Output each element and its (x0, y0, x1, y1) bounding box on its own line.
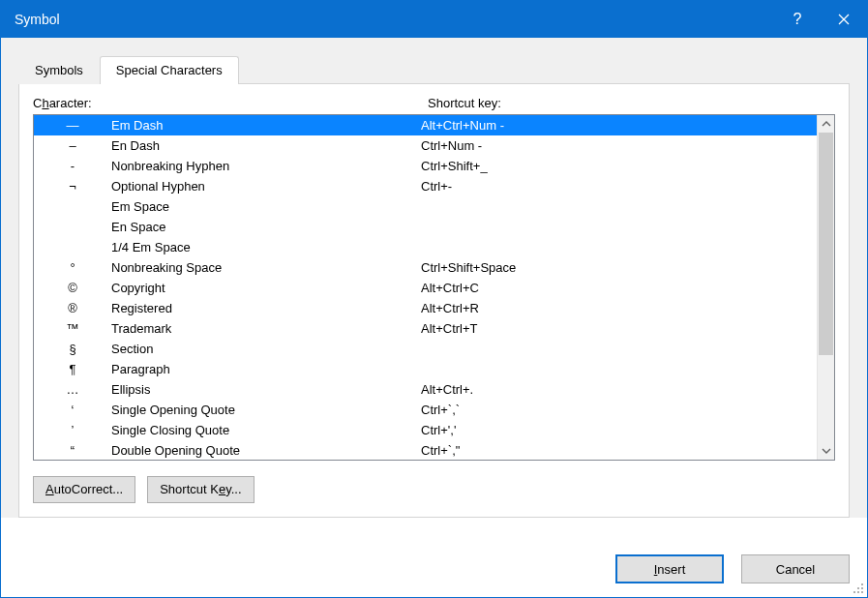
character-list[interactable]: —Em DashAlt+Ctrl+Num -–En DashCtrl+Num -… (34, 115, 817, 460)
shortcut-key: Ctrl+`,` (421, 403, 817, 417)
symbol-name: Copyright (111, 281, 421, 295)
list-item[interactable]: –En DashCtrl+Num - (34, 135, 817, 156)
autocorrect-button[interactable]: AutoCorrect... (33, 476, 135, 503)
shortcut-key: Alt+Ctrl+T (421, 321, 817, 336)
symbol-glyph: … (34, 382, 111, 397)
symbol-name: Paragraph (111, 362, 421, 376)
symbol-name: 1/4 Em Space (111, 240, 421, 254)
resize-grip-icon[interactable] (852, 582, 865, 595)
title-bar-buttons: ? (774, 1, 867, 38)
scrollbar-thumb[interactable] (819, 133, 833, 355)
symbol-glyph: © (34, 281, 111, 295)
lower-button-row: AutoCorrect... Shortcut Key... (33, 476, 835, 503)
list-item[interactable]: 1/4 Em Space (34, 237, 817, 257)
list-item[interactable]: En Space (34, 217, 817, 237)
symbol-glyph: ™ (34, 321, 111, 336)
list-item[interactable]: —Em DashAlt+Ctrl+Num - (34, 115, 817, 135)
dialog-body: Symbols Special Characters Character: Sh… (1, 38, 867, 518)
shortcut-key: Alt+Ctrl+R (421, 301, 817, 315)
shortcut-key: Alt+Ctrl+Num - (421, 118, 817, 133)
list-item[interactable]: ¶Paragraph (34, 359, 817, 379)
symbol-glyph: — (34, 118, 111, 133)
close-icon (838, 14, 850, 25)
column-headers: Character: Shortcut key: (33, 96, 835, 110)
insert-button[interactable]: Insert (615, 554, 724, 583)
scroll-up-button[interactable] (818, 115, 834, 133)
tab-strip: Symbols Special Characters (18, 55, 850, 84)
tab-symbols[interactable]: Symbols (18, 56, 100, 84)
tab-special-label: Special Characters (116, 63, 223, 77)
shortcut-key: Ctrl+Shift+_ (421, 159, 817, 173)
list-item[interactable]: “Double Opening QuoteCtrl+`," (34, 440, 817, 460)
shortcut-key: Alt+Ctrl+C (421, 281, 817, 295)
svg-rect-2 (861, 583, 863, 585)
scrollbar-track[interactable] (818, 133, 834, 442)
svg-rect-5 (853, 591, 855, 593)
symbol-name: Trademark (111, 321, 421, 336)
symbol-name: Optional Hyphen (111, 179, 421, 194)
list-item[interactable]: ™TrademarkAlt+Ctrl+T (34, 318, 817, 339)
panel-special-characters: Character: Shortcut key: —Em DashAlt+Ctr… (18, 84, 850, 518)
symbol-glyph: ’ (34, 423, 111, 437)
chevron-down-icon (822, 448, 831, 454)
symbol-name: Em Dash (111, 118, 421, 133)
scrollbar (817, 115, 834, 460)
list-item[interactable]: ®RegisteredAlt+Ctrl+R (34, 298, 817, 318)
character-listbox: —Em DashAlt+Ctrl+Num -–En DashCtrl+Num -… (33, 114, 835, 461)
symbol-name: Registered (111, 301, 421, 315)
symbol-glyph: ¬ (34, 179, 111, 194)
list-item[interactable]: ‘Single Opening QuoteCtrl+`,` (34, 400, 817, 420)
symbol-glyph: ¶ (34, 362, 111, 376)
tab-special-characters[interactable]: Special Characters (100, 56, 239, 84)
close-button[interactable] (821, 1, 867, 38)
symbol-glyph: – (34, 138, 111, 153)
list-item[interactable]: ’Single Closing QuoteCtrl+',' (34, 420, 817, 440)
window-title: Symbol (15, 12, 774, 27)
cancel-button[interactable]: Cancel (741, 554, 850, 583)
svg-rect-3 (857, 587, 859, 589)
shortcut-header: Shortcut key: (428, 96, 835, 110)
symbol-name: En Space (111, 220, 421, 234)
shortcut-key: Alt+Ctrl+. (421, 382, 817, 397)
shortcut-key: Ctrl+',' (421, 423, 817, 437)
list-item[interactable]: ¬Optional HyphenCtrl+- (34, 176, 817, 196)
symbol-name: En Dash (111, 138, 421, 153)
symbol-glyph: ‘ (34, 403, 111, 417)
shortcut-key-button[interactable]: Shortcut Key... (147, 476, 254, 503)
symbol-glyph: “ (34, 443, 111, 458)
symbol-name: Nonbreaking Space (111, 260, 421, 275)
scroll-down-button[interactable] (818, 442, 834, 460)
symbol-name: Ellipsis (111, 382, 421, 397)
symbol-glyph: § (34, 342, 111, 356)
tab-symbols-label: Symbols (35, 63, 83, 77)
shortcut-key: Ctrl+Num - (421, 138, 817, 153)
list-item[interactable]: °Nonbreaking SpaceCtrl+Shift+Space (34, 257, 817, 278)
symbol-name: Single Opening Quote (111, 403, 421, 417)
list-item[interactable]: §Section (34, 339, 817, 359)
symbol-glyph: ° (34, 260, 111, 275)
shortcut-key: Ctrl+`," (421, 443, 817, 458)
character-header: Character: (33, 96, 428, 110)
chevron-up-icon (822, 121, 831, 127)
svg-rect-4 (861, 587, 863, 589)
symbol-name: Section (111, 342, 421, 356)
list-item[interactable]: …EllipsisAlt+Ctrl+. (34, 379, 817, 400)
symbol-name: Nonbreaking Hyphen (111, 159, 421, 173)
svg-rect-6 (857, 591, 859, 593)
footer-buttons: Insert Cancel (615, 554, 850, 583)
symbol-glyph: - (34, 159, 111, 173)
list-item[interactable]: -Nonbreaking HyphenCtrl+Shift+_ (34, 156, 817, 176)
list-item[interactable]: Em Space (34, 196, 817, 217)
help-button[interactable]: ? (774, 1, 821, 38)
svg-rect-7 (861, 591, 863, 593)
symbol-name: Single Closing Quote (111, 423, 421, 437)
title-bar: Symbol ? (1, 1, 867, 38)
symbol-name: Double Opening Quote (111, 443, 421, 458)
shortcut-key: Ctrl+Shift+Space (421, 260, 817, 275)
symbol-name: Em Space (111, 199, 421, 214)
symbol-glyph: ® (34, 301, 111, 315)
list-item[interactable]: ©CopyrightAlt+Ctrl+C (34, 278, 817, 298)
shortcut-key: Ctrl+- (421, 179, 817, 194)
